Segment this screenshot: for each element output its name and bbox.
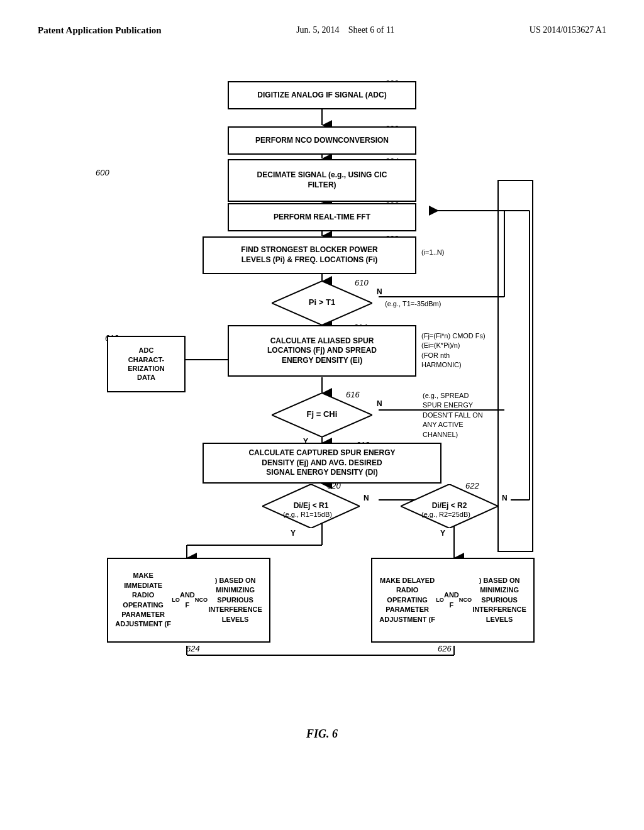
box-614: CALCULATE ALIASED SPURLOCATIONS (Fj) AND… [228, 325, 416, 377]
diagram-label-600: 600 [96, 168, 109, 177]
publication-date: Jun. 5, 2014 [296, 25, 339, 35]
ref-626: 626 [438, 644, 452, 653]
label-608-note: (i=1..N) [421, 248, 444, 256]
header-center: Jun. 5, 2014 Sheet 6 of 11 [296, 25, 394, 35]
sheet-info: Sheet 6 of 11 [348, 25, 395, 35]
label-610-N: N [377, 287, 382, 296]
label-614-note: (Fj=(Fi*n) CMOD Fs)(Ei=(K*Pi)/n)(FOR nth… [421, 331, 486, 370]
label-620-N: N [364, 494, 369, 502]
label-622-Y: Y [440, 529, 445, 538]
svg-text:Fj = CHi: Fj = CHi [307, 409, 338, 419]
ref-624: 624 [186, 644, 200, 653]
page-header: Patent Application Publication Jun. 5, 2… [38, 25, 606, 36]
flowchart-container: 600 602 DIGITIZE ANALOG IF SIGNAL (ADC) … [77, 55, 567, 715]
publication-number: US 2014/0153627 A1 [530, 25, 606, 35]
box-602: DIGITIZE ANALOG IF SIGNAL (ADC) [228, 81, 416, 109]
label-622-note: (e.g., R2=25dB) [421, 511, 470, 518]
box-604: DECIMATE SIGNAL (e.g., USING CICFILTER) [228, 159, 416, 202]
svg-text:Pi > T1: Pi > T1 [309, 297, 335, 307]
publication-title: Patent Application Publication [38, 25, 162, 36]
label-610-note: (e.g., T1=-35dBm) [385, 300, 441, 307]
label-620-Y: Y [291, 529, 296, 538]
label-616-N: N [377, 399, 382, 408]
label-616-note: (e.g., SPREADSPUR ENERGYDOESN'T FALL ONA… [423, 391, 483, 440]
box-618: CALCULATE CAPTURED SPUR ENERGYDENSITY (E… [203, 443, 441, 484]
page: Patent Application Publication Jun. 5, 2… [0, 0, 644, 830]
box-626: MAKE DELAYED RADIOOPERATING PARAMETERADJ… [371, 558, 535, 643]
box-612: ADCCHARACT-ERIZATIONDATA [107, 336, 186, 392]
svg-text:Di/Ej < R1: Di/Ej < R1 [294, 501, 329, 510]
svg-text:Di/Ej < R2: Di/Ej < R2 [432, 501, 467, 510]
label-622-N: N [502, 494, 508, 502]
box-606: PERFORM REAL-TIME FFT [228, 203, 416, 231]
box-608: FIND STRONGEST BLOCKER POWERLEVELS (Pi) … [203, 236, 416, 274]
box-624: MAKE IMMEDIATE RADIOOPERATING PARAMETERA… [107, 558, 270, 643]
diagram-area: 600 602 DIGITIZE ANALOG IF SIGNAL (ADC) … [38, 55, 606, 715]
box-603: PERFORM NCO DOWNCONVERSION [228, 126, 416, 155]
label-620-note: (e.g., R1=15dB) [283, 511, 332, 518]
figure-caption: FIG. 6 [38, 728, 606, 741]
